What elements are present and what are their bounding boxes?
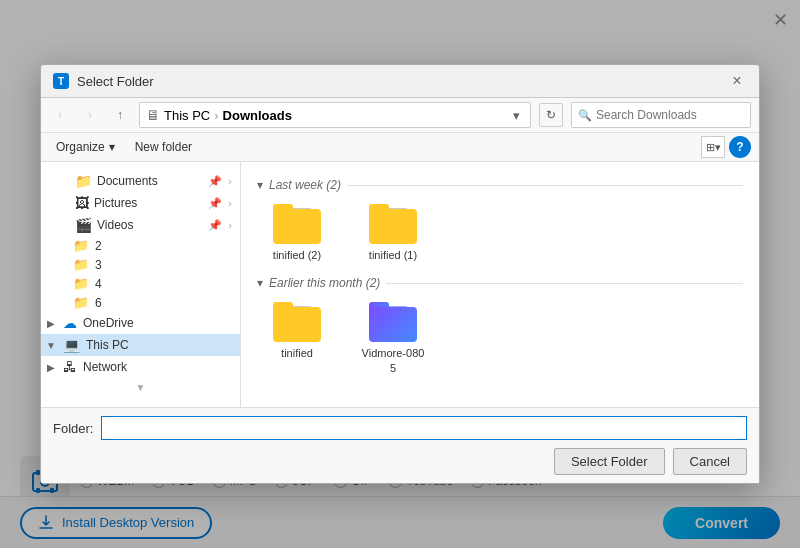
- computer-icon: 💻: [63, 337, 80, 353]
- pin-icon: 📌: [208, 175, 222, 188]
- folder-icon-tinified-1: [369, 204, 417, 244]
- pin-icon: 📌: [208, 219, 222, 232]
- earlier-month-files: tinified Vidmore-0805: [257, 296, 743, 381]
- network-icon: 🖧: [63, 359, 77, 375]
- file-item-tinified-2[interactable]: tinified (2): [257, 198, 337, 268]
- select-folder-button[interactable]: Select Folder: [554, 448, 665, 475]
- dialog-title: Select Folder: [77, 74, 154, 89]
- search-bar[interactable]: 🔍: [571, 102, 751, 128]
- dialog-title-section: T Select Folder: [53, 73, 154, 89]
- collapse-last-week-icon[interactable]: ▾: [257, 178, 263, 192]
- right-arrow-icon: ›: [228, 175, 232, 187]
- expand-arrow-network: ▶: [45, 361, 57, 373]
- breadcrumb: This PC › Downloads: [164, 108, 505, 123]
- scroll-indicator: ▼: [41, 378, 240, 397]
- folder-icon-tinified: [273, 302, 321, 342]
- select-folder-dialog: T Select Folder × ‹ › ↑ 🖥 This PC › Down…: [40, 64, 760, 484]
- pictures-icon: 🖼: [75, 195, 89, 211]
- sidebar-item-3[interactable]: 📁 3: [41, 255, 240, 274]
- sidebar-item-2[interactable]: 📁 2: [41, 236, 240, 255]
- folder-label: Folder:: [53, 421, 93, 436]
- dialog-app-icon: T: [53, 73, 69, 89]
- documents-icon: 📁: [75, 173, 92, 189]
- dialog-buttons: Select Folder Cancel: [53, 448, 747, 475]
- collapse-earlier-month-icon[interactable]: ▾: [257, 276, 263, 290]
- main-content-area: ▾ Last week (2) tinified (2): [241, 162, 759, 407]
- cancel-button[interactable]: Cancel: [673, 448, 747, 475]
- section-divider: [386, 283, 743, 284]
- folder-2-icon: 📁: [73, 238, 89, 253]
- dialog-overlay: T Select Folder × ‹ › ↑ 🖥 This PC › Down…: [0, 0, 800, 548]
- expand-arrow-onedrive: ▶: [45, 317, 57, 329]
- folder-3-icon: 📁: [73, 257, 89, 272]
- last-week-files: tinified (2) tinified (1): [257, 198, 743, 268]
- sidebar-item-4[interactable]: 📁 4: [41, 274, 240, 293]
- onedrive-icon: ☁: [63, 315, 77, 331]
- sidebar-item-network[interactable]: ▶ 🖧 Network: [41, 356, 240, 378]
- dialog-footer: Folder: Select Folder Cancel: [41, 407, 759, 483]
- search-icon: 🔍: [578, 109, 592, 122]
- search-input[interactable]: [596, 108, 736, 122]
- file-item-vidmore[interactable]: Vidmore-0805: [353, 296, 433, 381]
- sidebar-item-documents[interactable]: 📁 Documents 📌 ›: [41, 170, 240, 192]
- secondary-toolbar: Organize ▾ New folder ⊞▾ ?: [41, 133, 759, 162]
- sidebar-item-6[interactable]: 📁 6: [41, 293, 240, 312]
- forward-button[interactable]: ›: [79, 104, 101, 126]
- organize-dropdown-icon: ▾: [109, 140, 115, 154]
- right-arrow-icon: ›: [228, 197, 232, 209]
- dialog-titlebar: T Select Folder ×: [41, 65, 759, 98]
- sidebar-item-videos[interactable]: 🎬 Videos 📌 ›: [41, 214, 240, 236]
- back-button[interactable]: ‹: [49, 104, 71, 126]
- file-item-tinified[interactable]: tinified: [257, 296, 337, 381]
- help-button[interactable]: ?: [729, 136, 751, 158]
- organize-button[interactable]: Organize ▾: [49, 137, 122, 157]
- dialog-close-button[interactable]: ×: [727, 71, 747, 91]
- address-dropdown-button[interactable]: ▾: [509, 108, 524, 123]
- folder-input-row: Folder:: [53, 416, 747, 440]
- view-toggle-button[interactable]: ⊞▾: [701, 136, 725, 158]
- computer-icon: 🖥: [146, 107, 160, 123]
- right-arrow-icon: ›: [228, 219, 232, 231]
- section-divider: [347, 185, 743, 186]
- view-options: ⊞▾ ?: [701, 136, 751, 158]
- navigation-toolbar: ‹ › ↑ 🖥 This PC › Downloads ▾ ↻ 🔍: [41, 98, 759, 133]
- file-item-tinified-1[interactable]: tinified (1): [353, 198, 433, 268]
- expand-arrow-this-pc: ▼: [45, 339, 57, 351]
- breadcrumb-separator: ›: [214, 108, 218, 123]
- dialog-body: 📁 Documents 📌 › 🖼 Pictures 📌 ›: [41, 162, 759, 407]
- sidebar-item-this-pc[interactable]: ▼ 💻 This PC: [41, 334, 240, 356]
- up-button[interactable]: ↑: [109, 104, 131, 126]
- pin-icon: 📌: [208, 197, 222, 210]
- folder-icon-tinified-2: [273, 204, 321, 244]
- folder-icon-vidmore: [369, 302, 417, 342]
- videos-icon: 🎬: [75, 217, 92, 233]
- section-earlier-month-header: ▾ Earlier this month (2): [257, 276, 743, 290]
- folder-4-icon: 📁: [73, 276, 89, 291]
- folder-6-icon: 📁: [73, 295, 89, 310]
- sidebar-item-pictures[interactable]: 🖼 Pictures 📌 ›: [41, 192, 240, 214]
- section-last-week-header: ▾ Last week (2): [257, 178, 743, 192]
- new-folder-button[interactable]: New folder: [126, 137, 201, 157]
- window-close-button[interactable]: ✕: [768, 8, 792, 32]
- refresh-button[interactable]: ↻: [539, 103, 563, 127]
- folder-input[interactable]: [101, 416, 747, 440]
- sidebar-item-onedrive[interactable]: ▶ ☁ OneDrive: [41, 312, 240, 334]
- address-bar[interactable]: 🖥 This PC › Downloads ▾: [139, 102, 531, 128]
- sidebar: 📁 Documents 📌 › 🖼 Pictures 📌 ›: [41, 162, 241, 407]
